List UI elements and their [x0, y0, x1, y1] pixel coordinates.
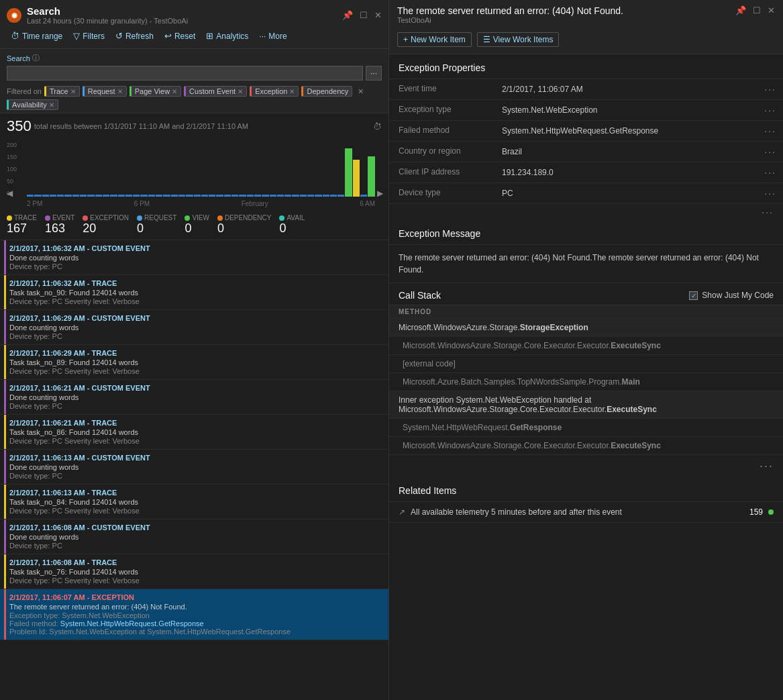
- histogram-scroll-right[interactable]: ▶: [377, 189, 383, 198]
- window-controls: 📌 ☐ ✕: [340, 10, 382, 20]
- hist-bar: [148, 195, 155, 197]
- hist-bar: [80, 195, 87, 197]
- related-arrow-icon: ↗: [399, 507, 405, 517]
- row-more-button[interactable]: ···: [764, 188, 776, 199]
- item-meta: Device type: PC Severity level: Verbose: [9, 507, 382, 515]
- new-work-item-button[interactable]: + New Work Item: [397, 32, 472, 47]
- search-input[interactable]: [7, 66, 363, 81]
- filter-tags-row: Filtered on Trace ✕ Request ✕ Page View …: [0, 83, 388, 113]
- row-more-button[interactable]: ···: [764, 105, 776, 115]
- list-item[interactable]: 2/1/2017, 11:06:32 AM - TRACE Task task_…: [0, 275, 388, 310]
- hist-bar: [254, 195, 261, 197]
- right-actions: + New Work Item ☰ View Work Items: [397, 30, 775, 50]
- view-work-items-button[interactable]: ☰ View Work Items: [477, 32, 560, 47]
- exception-properties-title: Exception Properties: [389, 54, 783, 79]
- filter-tag-availability[interactable]: Availability ✕: [7, 99, 58, 110]
- item-accent: [4, 450, 6, 484]
- item-body: Done counting words: [9, 254, 382, 262]
- show-just-code-checkbox[interactable]: ✓: [689, 291, 698, 300]
- hist-bar: [72, 195, 79, 197]
- table-row: Country or region Brazil ···: [389, 142, 783, 162]
- maximize-icon-right[interactable]: ☐: [753, 5, 761, 15]
- related-dot: [768, 509, 774, 515]
- properties-more-button[interactable]: ···: [762, 207, 774, 217]
- table-row: Device type PC ···: [389, 183, 783, 204]
- item-header: 2/1/2017, 11:06:21 AM - TRACE: [9, 419, 382, 427]
- list-item[interactable]: 2/1/2017, 11:06:29 AM - TRACE Task task_…: [0, 345, 388, 380]
- item-accent: [4, 589, 6, 640]
- list-item[interactable]: 2/1/2017, 11:06:21 AM - CUSTOM EVENT Don…: [0, 380, 388, 415]
- filter-tag-trace[interactable]: Trace ✕: [44, 86, 80, 97]
- hist-bar: [64, 195, 71, 197]
- histogram-scroll-left[interactable]: ◀: [7, 189, 13, 198]
- hist-bar: [360, 195, 367, 197]
- list-item[interactable]: 2/1/2017, 11:06:32 AM - CUSTOM EVENT Don…: [0, 240, 388, 275]
- prop-val-devicetype: PC: [497, 183, 745, 204]
- hist-bar: [27, 195, 34, 197]
- filter-tag-request[interactable]: Request ✕: [83, 86, 127, 97]
- list-item[interactable]: 2/1/2017, 11:06:08 AM - TRACE Task task_…: [0, 554, 388, 589]
- hist-bar: [231, 195, 238, 197]
- trace-count: 167: [7, 221, 37, 236]
- plus-icon: +: [403, 35, 408, 44]
- stat-event: EVENT 163: [45, 214, 74, 236]
- hist-bar: [186, 195, 193, 197]
- prop-val-country: Brazil: [497, 142, 745, 162]
- row-more-button[interactable]: ···: [764, 146, 776, 157]
- histogram-time-labels: 2 PM 6 PM February 6 AM: [27, 200, 375, 207]
- prop-key-failedmethod: Failed method: [389, 121, 497, 142]
- filter-tag-pageview[interactable]: Page View ✕: [129, 86, 181, 97]
- filter-tag-customevent[interactable]: Custom Event ✕: [184, 86, 247, 97]
- item-body: Done counting words: [9, 463, 382, 471]
- search-options-button[interactable]: ···: [366, 66, 382, 81]
- request-dot: [137, 215, 142, 221]
- stat-exception: EXCEPTION 20: [83, 214, 129, 236]
- reset-button[interactable]: ↩ Reset: [160, 29, 199, 43]
- stack-method-text: Microsoft.WindowsAzure.Storage.Core.Exec…: [403, 341, 661, 350]
- time-range-button[interactable]: ⏱ Time range: [7, 29, 66, 43]
- row-more-button[interactable]: ···: [764, 84, 776, 95]
- callstack-more-button[interactable]: ···: [389, 455, 783, 477]
- item-header: 2/1/2017, 11:06:29 AM - CUSTOM EVENT: [9, 314, 382, 322]
- hist-bar: [163, 195, 170, 197]
- filter-tag-dependency[interactable]: Dependency: [301, 86, 352, 97]
- related-item[interactable]: ↗ All available telemetry 5 minutes befo…: [389, 502, 783, 523]
- related-items-title: Related Items: [389, 477, 783, 502]
- list-item[interactable]: 2/1/2017, 11:06:08 AM - CUSTOM EVENT Don…: [0, 519, 388, 554]
- stack-method-text: Microsoft.WindowsAzure.Storage.StorageEx…: [399, 323, 588, 332]
- close-icon[interactable]: ✕: [374, 10, 382, 20]
- show-just-code-toggle[interactable]: ✓ Show Just My Code: [689, 291, 774, 300]
- related-items-section: Related Items ↗ All available telemetry …: [389, 477, 783, 523]
- analytics-button[interactable]: ⊞ Analytics: [202, 29, 252, 43]
- right-panel-title: The remote server returned an error: (40…: [397, 5, 623, 16]
- panel-header: ◉ Search Last 24 hours (30 minute granul…: [0, 0, 388, 49]
- pin-icon[interactable]: 📌: [342, 10, 353, 20]
- exception-message-text: The remote server returned an error: (40…: [389, 245, 783, 283]
- more-button[interactable]: ··· More: [255, 30, 291, 43]
- list-item[interactable]: 2/1/2017, 11:06:13 AM - CUSTOM EVENT Don…: [0, 450, 388, 485]
- list-item[interactable]: 2/1/2017, 11:06:13 AM - TRACE Task task_…: [0, 485, 388, 519]
- hist-bar: [209, 195, 215, 197]
- list-item[interactable]: 2/1/2017, 11:06:29 AM - CUSTOM EVENT Don…: [0, 310, 388, 345]
- history-icon[interactable]: ⏱: [373, 121, 382, 132]
- row-more-button[interactable]: ···: [764, 167, 776, 178]
- callstack-header: Call Stack ✓ Show Just My Code: [389, 283, 783, 305]
- prop-val-eventtime: 2/1/2017, 11:06:07 AM: [497, 79, 745, 100]
- item-meta: Device type: PC: [9, 332, 382, 340]
- hist-bar: [95, 195, 102, 197]
- filters-button[interactable]: ▽ Filters: [69, 29, 109, 43]
- refresh-button[interactable]: ↺ Refresh: [111, 29, 158, 43]
- filter-close-all[interactable]: ✕: [358, 87, 364, 96]
- maximize-icon[interactable]: ☐: [360, 10, 368, 20]
- row-more-button[interactable]: ···: [764, 126, 776, 136]
- list-item-exception[interactable]: 2/1/2017, 11:06:07 AM - EXCEPTION The re…: [0, 589, 388, 640]
- filter-tag-exception[interactable]: Exception ✕: [250, 86, 299, 97]
- list-item[interactable]: 2/1/2017, 11:06:21 AM - TRACE Task task_…: [0, 415, 388, 450]
- exception-count: 20: [83, 221, 129, 236]
- close-icon-right[interactable]: ✕: [768, 5, 775, 15]
- avail-count: 0: [279, 221, 305, 236]
- pin-icon-right[interactable]: 📌: [735, 5, 746, 15]
- panel-title: ◉ Search Last 24 hours (30 minute granul…: [7, 5, 188, 25]
- item-header: 2/1/2017, 11:06:21 AM - CUSTOM EVENT: [9, 384, 382, 392]
- app-icon: ◉: [7, 8, 21, 23]
